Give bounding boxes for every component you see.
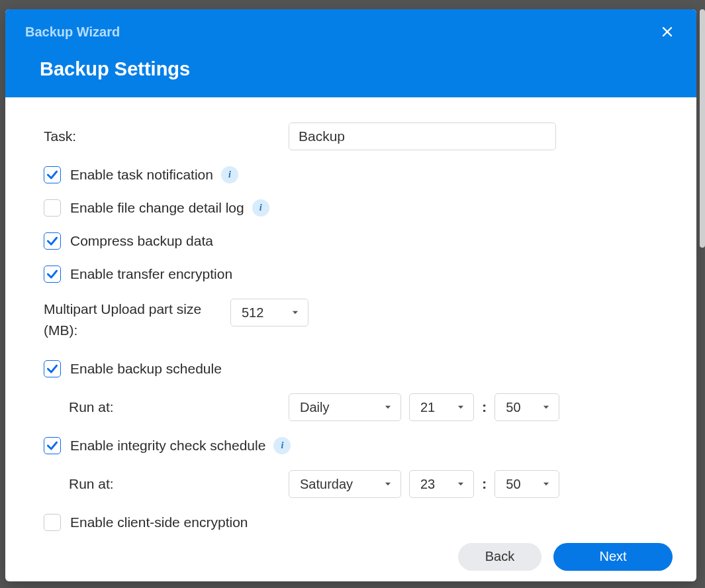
transfer-encryption-checkbox[interactable] bbox=[44, 266, 61, 283]
integrity-minute-value: 50 bbox=[506, 477, 520, 492]
dialog-footer: Back Next bbox=[5, 532, 696, 581]
client-side-encryption-checkbox[interactable] bbox=[44, 514, 61, 531]
backup-frequency-value: Daily bbox=[300, 400, 329, 415]
integrity-hour-select[interactable]: 23 bbox=[409, 470, 474, 498]
enable-file-change-log-label: Enable file change detail log bbox=[70, 200, 244, 216]
task-name-input[interactable] bbox=[289, 122, 556, 150]
info-icon[interactable]: i bbox=[221, 166, 238, 183]
transfer-encryption-label: Enable transfer encryption bbox=[70, 266, 232, 282]
backup-wizard-dialog: Backup Wizard Backup Settings Task: Enab… bbox=[5, 9, 696, 581]
time-separator: : bbox=[482, 475, 487, 493]
dialog-header: Backup Wizard Backup Settings bbox=[5, 9, 696, 97]
task-label: Task: bbox=[44, 128, 289, 144]
close-button[interactable] bbox=[658, 23, 677, 41]
enable-file-change-log-checkbox[interactable] bbox=[44, 199, 61, 217]
multipart-size-label: Multipart Upload part size (MB): bbox=[44, 299, 230, 340]
close-icon bbox=[661, 26, 673, 38]
enable-integrity-schedule-checkbox[interactable] bbox=[44, 437, 61, 454]
enable-notification-checkbox[interactable] bbox=[44, 166, 61, 183]
enable-notification-label: Enable task notification bbox=[70, 167, 213, 183]
time-separator: : bbox=[482, 399, 487, 416]
wizard-title: Backup Wizard bbox=[25, 24, 120, 40]
chevron-down-icon bbox=[383, 477, 393, 492]
page-title: Backup Settings bbox=[40, 58, 677, 80]
enable-backup-schedule-checkbox[interactable] bbox=[44, 360, 61, 377]
chevron-down-icon bbox=[541, 477, 551, 492]
backup-minute-select[interactable]: 50 bbox=[494, 393, 559, 421]
info-icon[interactable]: i bbox=[252, 199, 269, 217]
integrity-hour-value: 23 bbox=[420, 477, 435, 492]
chevron-down-icon bbox=[291, 305, 300, 320]
multipart-size-select[interactable]: 512 bbox=[230, 299, 308, 326]
backup-frequency-select[interactable]: Daily bbox=[289, 393, 401, 421]
backup-run-at-label: Run at: bbox=[69, 399, 289, 415]
next-button[interactable]: Next bbox=[553, 543, 673, 571]
chevron-down-icon bbox=[456, 400, 465, 415]
integrity-frequency-select[interactable]: Saturday bbox=[289, 470, 401, 498]
enable-integrity-schedule-label: Enable integrity check schedule bbox=[70, 438, 265, 454]
integrity-frequency-value: Saturday bbox=[300, 477, 353, 492]
backup-minute-value: 50 bbox=[506, 400, 520, 415]
back-button[interactable]: Back bbox=[458, 543, 541, 571]
chevron-down-icon bbox=[541, 400, 551, 415]
backup-hour-select[interactable]: 21 bbox=[409, 393, 474, 421]
chevron-down-icon bbox=[383, 400, 393, 415]
backup-hour-value: 21 bbox=[420, 400, 435, 415]
compress-backup-label: Compress backup data bbox=[70, 233, 213, 249]
multipart-size-value: 512 bbox=[242, 305, 263, 320]
chevron-down-icon bbox=[456, 477, 465, 492]
compress-backup-checkbox[interactable] bbox=[44, 232, 61, 250]
enable-backup-schedule-label: Enable backup schedule bbox=[70, 361, 222, 377]
client-side-encryption-label: Enable client-side encryption bbox=[70, 514, 248, 530]
info-icon[interactable]: i bbox=[273, 437, 291, 454]
integrity-run-at-label: Run at: bbox=[69, 476, 289, 492]
scrollbar[interactable] bbox=[700, 9, 705, 248]
integrity-minute-select[interactable]: 50 bbox=[494, 470, 559, 498]
dialog-body: Task: Enable task notification i Enable … bbox=[5, 97, 696, 532]
